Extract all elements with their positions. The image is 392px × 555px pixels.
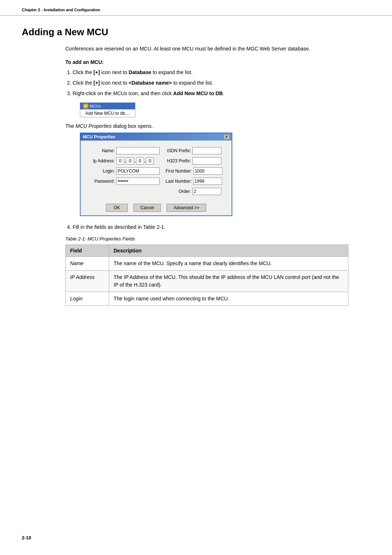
properties-table: Field Description Name The name of the M… xyxy=(65,244,348,306)
form-row-isdn: ISDN Prefix: xyxy=(166,147,223,154)
context-menu-item-add[interactable]: Add New MCU to db.... xyxy=(80,109,135,117)
form-row-name: Name: xyxy=(89,147,160,154)
form-row-first-number: First Number: xyxy=(166,167,223,175)
table-row: Name The name of the MCU. Specify a name… xyxy=(66,257,348,271)
order-input[interactable] xyxy=(192,188,221,195)
ip-dot-1: . xyxy=(124,158,126,163)
table-cell-field-ip: IP Address xyxy=(66,271,109,292)
ip-label: Ip Address: xyxy=(89,158,115,163)
isdn-prefix-input[interactable] xyxy=(192,147,221,154)
step-3: Right-click on the MCUs icon, and then c… xyxy=(73,90,370,97)
form-left: Name: Ip Address: . . xyxy=(86,146,163,197)
dialog-form: Name: Ip Address: . . xyxy=(86,146,226,197)
context-menu: 📁 MCUs Add New MCU to db.... xyxy=(80,102,135,117)
order-label: Order: xyxy=(166,189,191,194)
table-row: IP Address The IP Address of the MCU. Th… xyxy=(66,271,348,292)
chapter-header: Chapter 2 - Installation and Configurati… xyxy=(0,0,392,16)
page-number: 2-10 xyxy=(22,535,31,540)
ip-input-group: . . . xyxy=(116,157,154,165)
page-container: Chapter 2 - Installation and Configurati… xyxy=(0,0,392,555)
step-1: Click the [+] icon next to Database to e… xyxy=(73,69,370,76)
h323-prefix-label: H323 Prefix: xyxy=(166,158,191,163)
ip-dot-2: . xyxy=(134,158,135,163)
first-number-label: First Number: xyxy=(166,169,192,174)
context-menu-title: 📁 MCUs xyxy=(80,103,135,109)
page-footer: 2-10 xyxy=(22,535,31,540)
table-cell-desc-name: The name of the MCU. Specify a name that… xyxy=(109,257,348,271)
h323-prefix-input[interactable] xyxy=(192,157,221,165)
form-row-h323: H323 Prefix: xyxy=(166,157,223,165)
name-label: Name: xyxy=(89,148,115,153)
section-title: Adding a New MCU xyxy=(22,27,370,38)
login-input[interactable] xyxy=(116,167,160,175)
table-cell-field-login: Login xyxy=(66,292,109,306)
table-header-description: Description xyxy=(109,245,348,257)
table-cell-desc-login: The login name used when connecting to t… xyxy=(109,292,348,306)
content-area: Adding a New MCU Conferences are reserve… xyxy=(0,16,392,328)
form-right: ISDN Prefix: H323 Prefix: First Number: xyxy=(163,146,226,197)
form-row-order: Order: xyxy=(166,188,223,195)
name-input[interactable] xyxy=(116,147,160,154)
last-number-input[interactable] xyxy=(193,178,222,185)
context-menu-title-label: MCUs xyxy=(90,104,101,108)
mcu-icon: 📁 xyxy=(83,104,88,109)
table-cell-desc-ip: The IP Address of the MCU. This should b… xyxy=(109,271,348,292)
isdn-prefix-label: ISDN Prefix: xyxy=(166,148,191,153)
context-menu-area: 📁 MCUs Add New MCU to db.... xyxy=(80,102,370,117)
mcu-dialog: MCU Properties × Name: xyxy=(80,133,232,216)
dialog-body: Name: Ip Address: . . xyxy=(81,141,232,200)
form-row-password: Password: xyxy=(89,178,160,185)
chapter-label: Chapter 2 - Installation and Configurati… xyxy=(22,8,100,12)
form-row-login: Login: xyxy=(89,167,160,175)
form-row-last-number: Last Number: xyxy=(166,178,223,185)
dialog-container: MCU Properties × Name: xyxy=(80,133,370,216)
password-input[interactable] xyxy=(116,178,160,185)
step-2: Click the [+] icon next to <Database nam… xyxy=(73,79,370,87)
ip-dot-3: . xyxy=(144,158,146,163)
to-add-label: To add an MCU: xyxy=(65,59,370,65)
ip-octet-1[interactable] xyxy=(116,157,124,165)
password-label: Password: xyxy=(89,179,115,184)
form-row-ip: Ip Address: . . . xyxy=(89,157,160,165)
advanced-button[interactable]: Advanced >> xyxy=(167,204,206,212)
first-number-input[interactable] xyxy=(193,167,222,175)
ip-octet-3[interactable] xyxy=(136,157,144,165)
cancel-button[interactable]: Cancel xyxy=(134,204,161,212)
ok-button[interactable]: OK xyxy=(106,204,128,212)
step4-container: Fill in the fields as described in Table… xyxy=(65,223,370,231)
dialog-title: MCU Properties xyxy=(83,134,115,139)
step-4: Fill in the fields as described in Table… xyxy=(73,223,370,231)
table-cell-field-name: Name xyxy=(66,257,109,271)
intro-text: Conferences are reserved on an MCU. At l… xyxy=(65,45,370,53)
dialog-titlebar: MCU Properties × xyxy=(81,133,232,141)
table-header-row: Field Description xyxy=(66,245,348,257)
dialog-intro-text: The MCU Properties dialog box opens. xyxy=(65,123,370,129)
dialog-footer: OK Cancel Advanced >> xyxy=(81,200,232,215)
login-label: Login: xyxy=(89,169,115,174)
last-number-label: Last Number: xyxy=(166,179,192,184)
numbered-list: Click the [+] icon next to Database to e… xyxy=(65,69,370,97)
table-caption: Table 2-1: MCU Properties Fields xyxy=(65,236,370,242)
table-row: Login The login name used when connectin… xyxy=(66,292,348,306)
ip-octet-4[interactable] xyxy=(146,157,154,165)
ip-octet-2[interactable] xyxy=(126,157,134,165)
table-header-field: Field xyxy=(66,245,109,257)
dialog-close-button[interactable]: × xyxy=(224,134,229,139)
